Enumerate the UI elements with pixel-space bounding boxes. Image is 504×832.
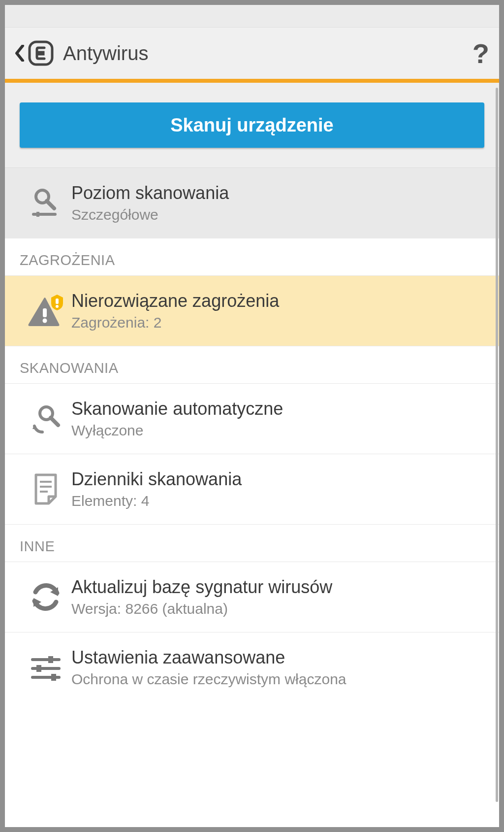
scan-logs-title: Dzienniki skanowania xyxy=(71,469,484,490)
section-threats: ZAGROŻENIA xyxy=(5,238,499,276)
help-button[interactable]: ? xyxy=(472,37,489,69)
accent-bar xyxy=(5,79,499,83)
refresh-icon xyxy=(30,582,62,612)
back-button[interactable] xyxy=(15,40,54,67)
scan-logs-subtitle: Elementy: 4 xyxy=(71,493,484,509)
svg-point-6 xyxy=(42,319,47,323)
scan-device-button[interactable]: Skanuj urządzenie xyxy=(20,102,484,148)
threats-subtitle: Zagrożenia: 2 xyxy=(71,314,484,331)
unresolved-threats-row[interactable]: Nierozwiązane zagrożenia Zagrożenia: 2 xyxy=(5,276,499,346)
scan-logs-row[interactable]: Dzienniki skanowania Elementy: 4 xyxy=(5,454,499,525)
update-db-title: Aktualizuj bazę sygnatur wirusów xyxy=(71,577,484,598)
scrollbar[interactable] xyxy=(496,88,498,802)
svg-line-10 xyxy=(51,418,58,425)
content-scroll[interactable]: Skanuj urządzenie Poziom skanowania Szcz… xyxy=(5,83,499,827)
svg-rect-22 xyxy=(51,674,56,681)
sliders-icon xyxy=(30,654,62,681)
section-other: INNE xyxy=(5,525,499,562)
svg-rect-5 xyxy=(43,308,47,317)
auto-scan-subtitle: Wyłączone xyxy=(71,422,484,439)
scan-level-value: Szczegółowe xyxy=(71,206,484,223)
update-db-subtitle: Wersja: 8266 (aktualna) xyxy=(71,600,484,617)
auto-scan-icon xyxy=(30,402,62,435)
advanced-settings-row[interactable]: Ustawienia zaawansowane Ochrona w czasie… xyxy=(5,632,499,702)
svg-rect-20 xyxy=(36,665,41,672)
advanced-title: Ustawienia zaawansowane xyxy=(71,647,484,668)
scan-level-title: Poziom skanowania xyxy=(71,183,484,203)
app-header: Antywirus ? xyxy=(5,27,499,79)
search-level-icon xyxy=(30,187,62,219)
svg-point-8 xyxy=(56,305,59,308)
scan-panel: Skanuj urządzenie xyxy=(5,83,499,168)
warning-icon xyxy=(27,295,65,327)
threats-title: Nierozwiązane zagrożenia xyxy=(71,291,484,311)
update-db-row[interactable]: Aktualizuj bazę sygnatur wirusów Wersja:… xyxy=(5,562,499,632)
advanced-subtitle: Ochrona w czasie rzeczywistym włączona xyxy=(71,671,484,688)
auto-scan-title: Skanowanie automatyczne xyxy=(71,399,484,419)
chevron-left-icon xyxy=(15,45,25,62)
scan-level-row[interactable]: Poziom skanowania Szczegółowe xyxy=(5,168,499,238)
svg-rect-18 xyxy=(48,656,53,663)
log-icon xyxy=(31,473,61,505)
system-status-bar xyxy=(5,5,499,27)
section-scans: SKANOWANIA xyxy=(5,346,499,384)
svg-rect-4 xyxy=(36,212,39,217)
svg-rect-7 xyxy=(56,299,59,304)
eset-logo-icon xyxy=(28,40,54,67)
page-title: Antywirus xyxy=(63,42,148,65)
auto-scan-row[interactable]: Skanowanie automatyczne Wyłączone xyxy=(5,384,499,454)
svg-line-2 xyxy=(47,201,54,208)
